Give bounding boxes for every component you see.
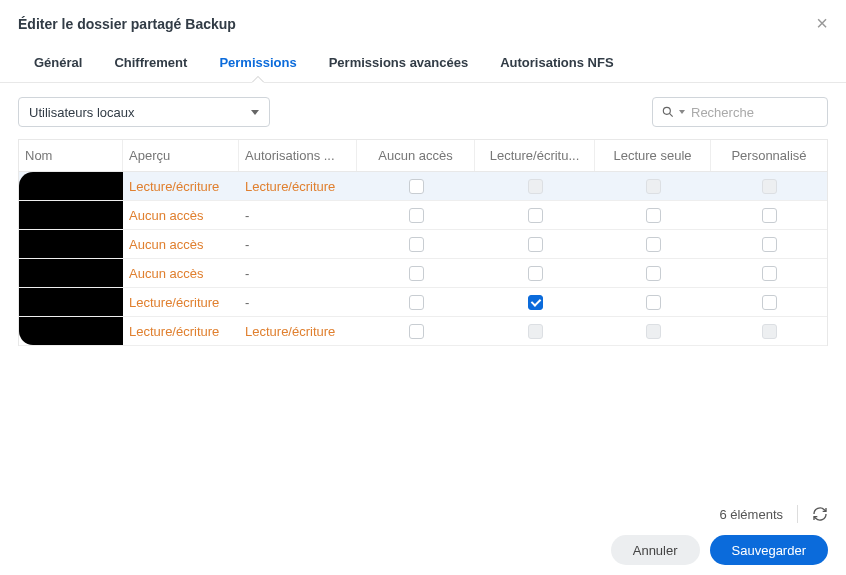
cell-read-write	[475, 323, 595, 339]
checkbox-read-write	[528, 179, 543, 194]
cell-read-write	[475, 294, 595, 310]
cell-read-write	[475, 207, 595, 223]
checkbox-custom[interactable]	[762, 237, 777, 252]
table-row[interactable]: Aucun accès-	[19, 259, 827, 288]
cell-no-access	[357, 236, 475, 252]
checkbox-read-only[interactable]	[646, 266, 661, 281]
tab-2[interactable]: Permissions	[203, 45, 312, 82]
cell-no-access	[357, 294, 475, 310]
cell-preview: Aucun accès	[123, 208, 239, 223]
cell-read-write	[475, 178, 595, 194]
cell-no-access	[357, 265, 475, 281]
save-button[interactable]: Sauvegarder	[710, 535, 828, 565]
checkbox-no-access[interactable]	[409, 179, 424, 194]
checkbox-read-only[interactable]	[646, 208, 661, 223]
checkbox-custom	[762, 324, 777, 339]
checkbox-read-only	[646, 324, 661, 339]
cell-read-only	[595, 236, 711, 252]
checkbox-custom[interactable]	[762, 266, 777, 281]
table-row[interactable]: Lecture/écritureLecture/écriture	[19, 172, 827, 201]
checkbox-no-access[interactable]	[409, 266, 424, 281]
search-icon	[661, 105, 675, 119]
toolbar: Utilisateurs locaux	[0, 83, 846, 139]
cell-auth: Lecture/écriture	[239, 324, 357, 339]
tab-bar: GénéralChiffrementPermissionsPermissions…	[0, 45, 846, 83]
item-count: 6 éléments	[719, 507, 783, 522]
checkbox-no-access[interactable]	[409, 237, 424, 252]
cell-read-only	[595, 178, 711, 194]
svg-line-1	[669, 113, 672, 116]
table-row[interactable]: Aucun accès-	[19, 230, 827, 259]
checkbox-custom[interactable]	[762, 208, 777, 223]
cell-read-write	[475, 236, 595, 252]
table-row[interactable]: Lecture/écriture-	[19, 288, 827, 317]
checkbox-custom	[762, 179, 777, 194]
checkbox-read-only[interactable]	[646, 295, 661, 310]
table-row[interactable]: Aucun accès-	[19, 201, 827, 230]
checkbox-read-only[interactable]	[646, 237, 661, 252]
chevron-down-icon	[679, 110, 685, 114]
cell-preview: Aucun accès	[123, 237, 239, 252]
cell-read-only	[595, 207, 711, 223]
permissions-table: Nom Aperçu Autorisations ... Aucun accès…	[18, 139, 828, 346]
checkbox-read-write[interactable]	[528, 237, 543, 252]
refresh-icon[interactable]	[812, 506, 828, 522]
user-type-dropdown[interactable]: Utilisateurs locaux	[18, 97, 270, 127]
cell-read-only	[595, 294, 711, 310]
chevron-down-icon	[251, 110, 259, 115]
cell-custom	[711, 207, 827, 223]
cell-read-only	[595, 323, 711, 339]
col-header-name[interactable]: Nom	[19, 140, 123, 171]
checkbox-no-access[interactable]	[409, 324, 424, 339]
checkbox-read-write	[528, 324, 543, 339]
cell-auth: -	[239, 208, 357, 223]
tab-0[interactable]: Général	[18, 45, 98, 82]
cell-read-write	[475, 265, 595, 281]
checkbox-read-write[interactable]	[528, 295, 543, 310]
cell-custom	[711, 265, 827, 281]
cell-name	[19, 288, 123, 316]
cell-name	[19, 259, 123, 287]
dialog-header: Éditer le dossier partagé Backup ×	[0, 0, 846, 45]
col-header-preview[interactable]: Aperçu	[123, 140, 239, 171]
cell-auth: -	[239, 266, 357, 281]
cancel-button[interactable]: Annuler	[611, 535, 700, 565]
cell-custom	[711, 178, 827, 194]
separator	[797, 505, 798, 523]
footer-buttons: Annuler Sauvegarder	[611, 535, 828, 565]
cell-preview: Aucun accès	[123, 266, 239, 281]
checkbox-custom[interactable]	[762, 295, 777, 310]
tab-3[interactable]: Permissions avancées	[313, 45, 484, 82]
cell-custom	[711, 294, 827, 310]
cell-custom	[711, 323, 827, 339]
table-header: Nom Aperçu Autorisations ... Aucun accès…	[19, 140, 827, 172]
close-icon[interactable]: ×	[816, 12, 828, 35]
cell-preview: Lecture/écriture	[123, 295, 239, 310]
col-header-no-access[interactable]: Aucun accès	[357, 140, 475, 171]
col-header-auth[interactable]: Autorisations ...	[239, 140, 357, 171]
tab-1[interactable]: Chiffrement	[98, 45, 203, 82]
checkbox-read-write[interactable]	[528, 208, 543, 223]
cell-name	[19, 201, 123, 229]
checkbox-read-write[interactable]	[528, 266, 543, 281]
cell-auth: Lecture/écriture	[239, 179, 357, 194]
cell-custom	[711, 236, 827, 252]
col-header-read-write[interactable]: Lecture/écritu...	[475, 140, 595, 171]
cell-no-access	[357, 207, 475, 223]
checkbox-no-access[interactable]	[409, 295, 424, 310]
search-box[interactable]	[652, 97, 828, 127]
cell-name	[19, 172, 123, 200]
checkbox-no-access[interactable]	[409, 208, 424, 223]
cell-read-only	[595, 265, 711, 281]
cell-no-access	[357, 178, 475, 194]
tab-4[interactable]: Autorisations NFS	[484, 45, 629, 82]
svg-point-0	[663, 107, 670, 114]
table-row[interactable]: Lecture/écritureLecture/écriture	[19, 317, 827, 346]
checkbox-read-only	[646, 179, 661, 194]
footer-status: 6 éléments	[719, 505, 828, 523]
cell-name	[19, 317, 123, 345]
col-header-custom[interactable]: Personnalisé	[711, 140, 827, 171]
col-header-read-only[interactable]: Lecture seule	[595, 140, 711, 171]
cell-auth: -	[239, 237, 357, 252]
search-input[interactable]	[691, 105, 819, 120]
